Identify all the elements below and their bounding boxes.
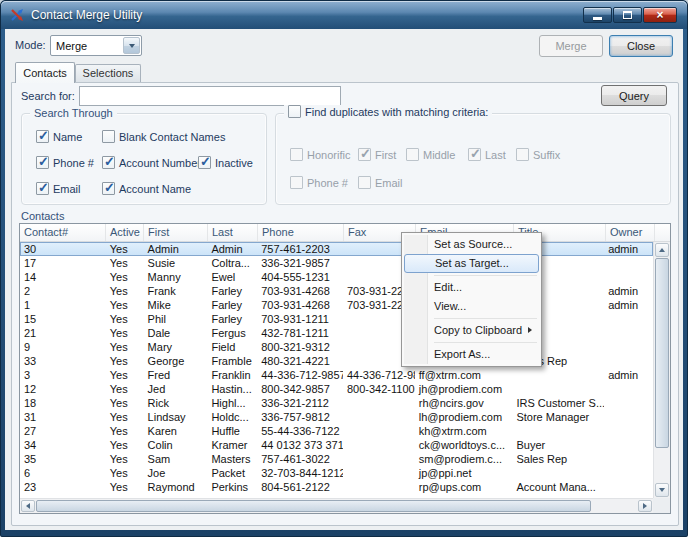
cell-phone: 480-321-4221 (257, 354, 343, 368)
cell-first: Lindsay (144, 410, 208, 424)
cell-email: kh@xtrm.com (415, 424, 513, 438)
table-row[interactable]: 2YesFrankFarley703-931-4268703-931-22...… (20, 284, 653, 298)
cell-active: Yes (106, 396, 144, 410)
table-row[interactable]: 30YesAdminAdmin757-461-2203admin (20, 242, 653, 256)
close-dialog-button[interactable]: Close (609, 35, 673, 57)
search-input[interactable] (79, 86, 341, 106)
checkbox-label: Email (375, 177, 403, 189)
cell-first: Raymond (144, 480, 208, 494)
checkbox-middle[interactable]: Middle (406, 148, 455, 161)
contacts-table: Contact#ActiveFirstLastPhoneFaxEmailTitl… (19, 223, 671, 514)
menu-item-label: Set as Source... (434, 238, 512, 250)
checkbox-name[interactable]: Name (36, 130, 82, 143)
cell-phone: 432-781-1211 (257, 326, 343, 340)
horizontal-scrollbar[interactable] (20, 498, 653, 513)
checkbox-dup-phone[interactable]: Phone # (290, 176, 348, 189)
checkbox-suffix[interactable]: Suffix (516, 148, 560, 161)
checkbox-label: Phone # (307, 177, 348, 189)
vertical-scrollbar[interactable] (653, 242, 670, 498)
search-through-group: Search Through Name Blank Contact Names … (21, 113, 267, 205)
vertical-scroll-thumb[interactable] (655, 258, 669, 448)
tab-contacts[interactable]: Contacts (15, 62, 75, 83)
checkbox-blank-contact-names[interactable]: Blank Contact Names (102, 130, 225, 143)
find-duplicates-toggle[interactable]: Find duplicates with matching criteria: (284, 105, 492, 118)
checkbox-inactive[interactable]: Inactive (198, 156, 253, 169)
mode-dropdown[interactable]: Merge (50, 35, 142, 56)
checkbox-phone[interactable]: Phone # (36, 156, 94, 169)
checkbox-account-number[interactable]: Account Number (102, 156, 201, 169)
menu-item-export-as[interactable]: Export As... (404, 345, 539, 364)
cell-phone: 703-931-4268 (257, 298, 343, 312)
table-row[interactable]: 23YesRaymondPerkins804-561-2122rp@ups.co… (20, 480, 653, 494)
merge-button[interactable]: Merge (539, 35, 603, 57)
checkbox-honorific[interactable]: Honorific (290, 148, 350, 161)
cell-first: Susie (144, 256, 208, 270)
cell-contact: 34 (20, 438, 106, 452)
cell-first: Mary (144, 340, 208, 354)
table-row[interactable]: 21YesDaleFergus432-781-1211 (20, 326, 653, 340)
maximize-button[interactable] (613, 7, 642, 23)
checkbox-account-name[interactable]: Account Name (102, 182, 191, 195)
menu-item-label: Set as Target... (435, 257, 509, 269)
checkbox-first[interactable]: First (358, 148, 396, 161)
query-button[interactable]: Query (601, 85, 667, 106)
table-row[interactable]: 27YesKarenHuffle55-44-336-7122kh@xtrm.co… (20, 424, 653, 438)
title-bar[interactable]: Contact Merge Utility × (1, 1, 687, 29)
context-menu: Set as Source...Set as Target...Edit...V… (401, 232, 542, 367)
cell-fax: 800-342-1100 (343, 382, 415, 396)
column-header-first[interactable]: First (144, 224, 208, 241)
scroll-left-button[interactable] (21, 500, 35, 512)
column-header-last[interactable]: Last (208, 224, 258, 241)
cell-phone: 703-931-4268 (257, 284, 343, 298)
cell-first: George (144, 354, 208, 368)
table-row[interactable]: 31YesLindsayHoldc...336-757-9812lh@prodi… (20, 410, 653, 424)
cell-email: jh@prodiem.com (415, 382, 513, 396)
checkbox-last[interactable]: Last (468, 148, 506, 161)
cell-last: Ewel (207, 270, 257, 284)
table-row[interactable]: 14YesMannyEwel404-555-1231 (20, 270, 653, 284)
checkbox-box (358, 176, 371, 189)
table-row[interactable]: 3YesFredFranklin44-336-712-985744-336-71… (20, 368, 653, 382)
menu-item-copy-to-clipboard[interactable]: Copy to Clipboard (404, 321, 539, 340)
scroll-down-button[interactable] (655, 483, 669, 497)
menu-item-set-as-source[interactable]: Set as Source... (404, 235, 539, 254)
close-window-button[interactable]: × (643, 7, 677, 23)
scroll-right-button[interactable] (638, 500, 652, 512)
cell-contact: 31 (20, 410, 106, 424)
contacts-table-body: 30YesAdminAdmin757-461-2203admin17YesSus… (20, 242, 653, 498)
scroll-up-button[interactable] (655, 243, 669, 257)
checkbox-dup-email[interactable]: Email (358, 176, 403, 189)
cell-phone: 44 0132 373 371 (257, 438, 343, 452)
column-header-owner[interactable]: Owner (606, 224, 655, 241)
table-row[interactable]: 17YesSusieColtra...336-321-9857 (20, 256, 653, 270)
tab-selections[interactable]: Selections (75, 64, 141, 82)
table-row[interactable]: 18YesRickHighl...336-321-2112rh@ncirs.go… (20, 396, 653, 410)
cell-first: Joe (144, 466, 208, 480)
column-header-phone[interactable]: Phone (258, 224, 344, 241)
menu-item-edit[interactable]: Edit... (404, 278, 539, 297)
dialog-client-area: Mode: Merge Merge Close Contacts Selecti… (5, 29, 683, 530)
table-row[interactable]: 15YesPhilFarley703-931-1211 (20, 312, 653, 326)
menu-item-view[interactable]: View... (404, 297, 539, 316)
cell-contact: 23 (20, 480, 106, 494)
mode-label: Mode: (15, 39, 46, 51)
cell-last: Framble (207, 354, 257, 368)
table-row[interactable]: 35YesSamMasters757-461-3022sm@prodiem.c.… (20, 452, 653, 466)
column-header-contact[interactable]: Contact# (20, 224, 106, 241)
minimize-button[interactable] (583, 7, 612, 23)
checkbox-label: Middle (423, 149, 455, 161)
cell-fax (343, 410, 415, 424)
cell-contact: 9 (20, 340, 106, 354)
table-row[interactable]: 12YesJedHastin...800-342-9857800-342-110… (20, 382, 653, 396)
menu-item-set-as-target[interactable]: Set as Target... (404, 254, 539, 273)
table-row[interactable]: 6YesJoePacket32-703-844-1212jp@ppi.net (20, 466, 653, 480)
table-row[interactable]: 34YesColinKramer44 0132 373 371ck@worldt… (20, 438, 653, 452)
table-row[interactable]: 9YesMaryField800-321-9312 (20, 340, 653, 354)
checkbox-email[interactable]: Email (36, 182, 81, 195)
checkbox-box (516, 148, 529, 161)
table-row[interactable]: 33YesGeorgeFramble480-321-4221Sales Rep (20, 354, 653, 368)
horizontal-scroll-thumb[interactable] (36, 500, 591, 512)
column-header-active[interactable]: Active (106, 224, 144, 241)
table-row[interactable]: 1YesMikeFarley703-931-4268703-931-22...a… (20, 298, 653, 312)
arrow-right-icon (643, 503, 647, 509)
